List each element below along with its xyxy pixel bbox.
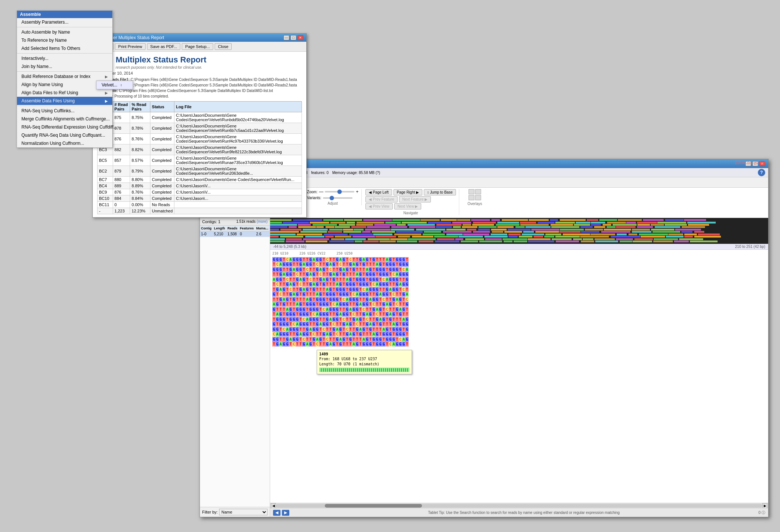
page-setup-button[interactable]: Page Setup... [182, 43, 213, 50]
dna-row: TGAGTCTTGAGTGTTTAGTGGGTGGGTCAGGGTTGAGGTC… [272, 287, 766, 292]
ribbon-overlays-group: Overlays [460, 189, 490, 206]
menu-item-quantify[interactable]: Quantify RNA-Seq Data Using Cuffquant... [17, 131, 112, 139]
contig-table: Contig Length Reads Features Mama... 1-0… [200, 226, 270, 237]
contigs-header: Contigs: 1 1.51k reads (more) [200, 218, 270, 226]
table-row: BC78808.80%CompletedC:\Users\Jason\Docum… [98, 177, 302, 183]
table-row: BC28798.79%CompletedC:\Users\Jason\Docum… [98, 166, 302, 177]
col-reads: Reads [226, 226, 239, 231]
help-button[interactable]: ? [758, 169, 765, 176]
maximize-button[interactable]: □ [290, 35, 296, 40]
menu-separator-3 [17, 71, 112, 72]
dna-row: TGGGTGGGTCAGGGTTGAGGTCTTGAGTCTTGAGTGTTTA… [272, 317, 766, 322]
horizontal-scrollbar[interactable]: ◀ ▶ [270, 503, 768, 508]
table-row: BC58578.57%CompletedC:\Users\Jason\Docum… [98, 155, 302, 166]
menu-separator-4 [17, 106, 112, 106]
next-view-button[interactable]: Next View ▶ [394, 203, 422, 209]
sequence-display[interactable]: 210 U210 226 U226 CV22 250 U250 GGGTCAGG… [270, 250, 768, 503]
filter-area: Filter by: Name [200, 507, 270, 517]
prev-view-button[interactable]: ◀ Prev View [365, 203, 393, 209]
variants-slider[interactable] [323, 197, 352, 199]
menu-item-build-ref[interactable]: Build Reference Database or Index ▶ [17, 72, 112, 81]
multiplex-window: Sequencer Multiplex Status Report — □ ✕ … [92, 33, 307, 218]
contig-row[interactable]: 1-0 5,210 1,508 0 2.6 [200, 231, 270, 237]
submenu-arrow: ▶ [105, 75, 108, 79]
nav-arrow-right[interactable]: ▶ [282, 510, 289, 516]
position-bar: -44 to 5,248 (5.3 kb) 210 to 251 (42 bp) [270, 244, 768, 250]
velvet-submenu: Velvet... ↕ [96, 81, 133, 89]
status-tip: Tablet Tip: Use the Search function to s… [428, 511, 620, 515]
minimize-button[interactable]: — [283, 35, 289, 40]
nav-arrow-left[interactable]: ◀ [273, 510, 280, 516]
dna-row: TCTTGAGTCTTGAGTGTTTAGTGGGTGGGTCAGGGTTGAG… [272, 282, 766, 287]
zoom-in-button[interactable]: + [356, 189, 358, 194]
dna-row: TTGAGGTCTTGAGTCTTGAGTGTTTAGTGGGTGGGTCAGG… [272, 272, 766, 277]
table-row: BC98768.76%CompletedC:\Users\Jason\V... [98, 189, 302, 195]
multiplex-content: M Multiplex Status Report research purpo… [93, 52, 306, 217]
filter-label: Filter by: [202, 510, 218, 514]
contigs-count: Contigs: 1 [202, 219, 221, 224]
position-ruler: 210 U210 226 U226 CV22 250 U250 [272, 251, 766, 256]
menu-item-to-reference[interactable]: To Reference by Name [17, 36, 112, 44]
filter-select[interactable]: Name [219, 509, 268, 515]
table-row: BC1100.00%No Reads [98, 202, 302, 208]
dna-row: AGGTCTTGAGTCTTGAGTGTTTAGTGGGTGGGTCAGGGTT… [272, 277, 766, 282]
menu-item-auto-assemble[interactable]: Auto Assemble by Name [17, 28, 112, 36]
menu-item-join-by-name[interactable]: Join by Name... [17, 62, 112, 71]
dna-row: AGTGTTTAGTGGGTGGGTCAGGGTTGAGGTCTTGAGTCTT… [272, 302, 766, 307]
col-header-pairs: # Read Pairs [113, 102, 130, 112]
scroll-right-button[interactable]: ▶ [762, 503, 767, 508]
next-feature-button[interactable]: Next Feature ▶ [399, 196, 431, 202]
zoom-slider[interactable] [325, 191, 354, 192]
nav-arrows: ◀ ▶ [273, 510, 289, 516]
menu-item-rnaseq-diff[interactable]: RNA-Seq Differential Expression Using Cu… [17, 123, 112, 131]
page-right-button[interactable]: Page Right ▶ [394, 189, 422, 195]
save-pdf-button[interactable]: Save as PDF... [147, 43, 181, 50]
menu-item-assembly-params[interactable]: Assembly Parameters... [17, 18, 112, 26]
menu-item-merge-cufflinks[interactable]: Merge Cufflinks Alignments with Cuffmerg… [17, 115, 112, 123]
page-left-button[interactable]: ◀ Page Left [365, 189, 392, 195]
menu-item-add-selected[interactable]: Add Selected Items To Others [17, 44, 112, 52]
overlay-btn-3[interactable] [469, 195, 474, 200]
dna-row: GTCTTGAGTGTTTAGTGGGTGGGTCAGGGTTGAGGTCTTG… [272, 292, 766, 297]
multiplex-close-button[interactable]: Close [215, 43, 232, 50]
dna-row: GTTTAGTGGGTGGGTCAGGGTTGAGGTCTTGAGTCTTGAG… [272, 307, 766, 312]
menu-header: Assemble [17, 11, 112, 18]
tablet-left-panel: Contigs: 1 1.51k reads (more) Contig Len… [200, 218, 270, 517]
jump-to-base-button[interactable]: ↕ Jump to Base [424, 189, 456, 195]
menu-item-rnaseq-cufflinks[interactable]: RNA-Seq Using Cufflinks... [17, 107, 112, 115]
scroll-left-button[interactable]: ◀ [271, 503, 276, 508]
dna-row: TCAGGGTTGAGGTCTTGAGTCTTGAGTGTTTAGTGGGTGG… [272, 262, 766, 267]
overlay-btn-2[interactable] [475, 189, 481, 194]
overlay-btn-1[interactable] [469, 189, 474, 194]
contigs-more[interactable]: (more) [257, 219, 268, 224]
table-row: BC18788.78%CompletedC:\Users\Jason\Docum… [98, 123, 302, 134]
sequence-colored-display: 210 U210 226 U226 CV22 250 U250 GGGTCAGG… [270, 250, 768, 503]
dna-row: TTGAGTGTTTAGTGGGTGGGTCAGGGTTGAGGTCTTGAGT… [272, 297, 766, 302]
menu-item-align-data[interactable]: Align Data Files to Ref Using ▶ [17, 89, 112, 97]
table-row: BC108848.84%CompletedC:\Users\Jason\... [98, 195, 302, 202]
ribbon-navigate-group: ◀ Page Left Page Right ▶ ↕ Jump to Base … [362, 189, 459, 215]
window-controls: — □ ✕ [283, 35, 303, 40]
tablet-body: Contigs: 1 1.51k reads (more) Contig Len… [200, 218, 768, 517]
zoom-out-button[interactable]: — [319, 189, 323, 194]
dna-row: GTGGGTCAGGGTTGAGGTCTTGAGTCTTGAGTGTTTAGTG… [272, 322, 766, 327]
menu-item-normalization[interactable]: Normalization Using Cuffnorm... [17, 139, 112, 147]
scrollbar-track[interactable] [276, 504, 762, 508]
variants-handle [330, 196, 334, 200]
tooltip-id: 1409 [319, 352, 409, 357]
menu-item-assemble-data[interactable]: Assemble Data Files Using ▶ [17, 97, 112, 105]
overlay-btn-4[interactable] [475, 195, 481, 200]
menu-item-interactively[interactable]: Interactively... [17, 54, 112, 62]
table-row: -1,22312.23%Unmatched [98, 208, 302, 214]
submenu-arrow: ▶ [105, 99, 108, 103]
reads-summary: 1.51k reads (more) [236, 219, 268, 224]
multiplex-table: D Name # Read Pairs % Read Pairs Status … [97, 101, 302, 214]
menu-separator-1 [17, 27, 112, 27]
close-button[interactable]: ✕ [297, 35, 303, 40]
velvet-menu-item[interactable]: Velvet... ↕ [96, 81, 133, 89]
col-header-log: Log File [174, 102, 302, 112]
print-preview-button[interactable]: Print Preview [115, 43, 146, 50]
dna-row: TAGTGGGTGGGTCAGGGTTGAGGTCTTGAGTCTTGAGTGT… [272, 312, 766, 317]
prev-feature-button[interactable]: ◀ Prev Feature [365, 196, 398, 202]
dna-row: TGAGGTCTTGAGTCTTGAGTGTTTAGTGGGTGGGTCAGGG… [272, 342, 766, 347]
